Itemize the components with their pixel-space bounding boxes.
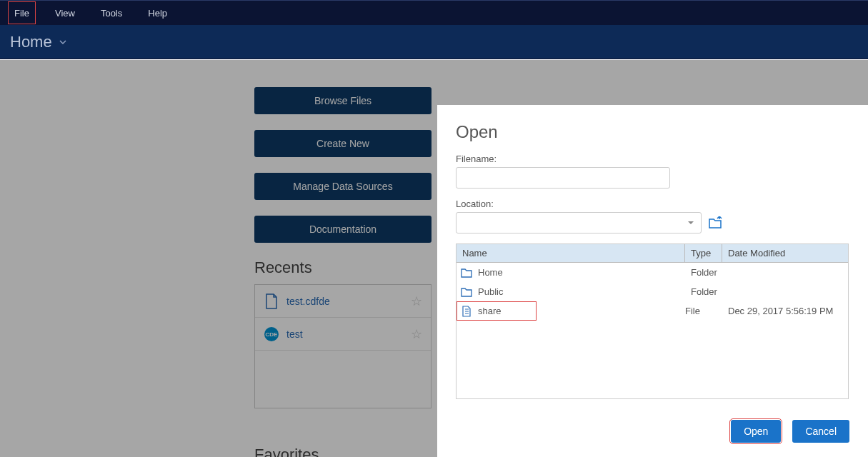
col-header-name[interactable]: Name: [457, 244, 685, 262]
open-button[interactable]: Open: [731, 420, 781, 443]
perspective-label[interactable]: Home: [10, 33, 52, 51]
location-select[interactable]: [456, 212, 702, 233]
cancel-button[interactable]: Cancel: [792, 420, 849, 443]
file-row[interactable]: Public Folder: [457, 282, 848, 301]
file-row-type: Folder: [685, 286, 722, 297]
open-dialog: Open Filename: Location: Name Type Date …: [437, 105, 868, 457]
folder-icon: [461, 267, 472, 278]
folder-icon: [461, 286, 472, 298]
location-row: Location:: [437, 199, 868, 243]
file-row-type: File: [685, 306, 722, 316]
col-header-date[interactable]: Date Modified: [722, 244, 848, 262]
filename-row: Filename:: [437, 154, 868, 199]
file-row[interactable]: share File Dec 29, 2017 5:56:19 PM: [457, 301, 848, 321]
chevron-down-icon[interactable]: [59, 39, 66, 46]
folder-up-icon[interactable]: [709, 216, 723, 229]
dialog-title: Open: [437, 105, 868, 154]
menu-help[interactable]: Help: [135, 1, 180, 25]
filename-input[interactable]: [456, 167, 670, 189]
file-table: Name Type Date Modified Home Folder Publ…: [456, 243, 849, 399]
menubar: File View Tools Help: [0, 0, 868, 25]
file-row-name: Public: [478, 286, 503, 297]
file-row-type: Folder: [685, 267, 722, 278]
menu-tools[interactable]: Tools: [88, 1, 135, 25]
perspective-bar: Home: [0, 25, 868, 59]
chevron-down-icon: [687, 219, 695, 227]
menu-file[interactable]: File: [7, 1, 36, 25]
filename-label: Filename:: [456, 154, 849, 164]
file-table-header: Name Type Date Modified: [457, 244, 848, 263]
location-label: Location:: [456, 199, 849, 209]
menu-view[interactable]: View: [42, 1, 88, 25]
file-row-name: share: [478, 306, 502, 316]
file-row-name: Home: [478, 267, 503, 278]
dialog-button-row: Open Cancel: [731, 420, 849, 443]
col-header-type[interactable]: Type: [685, 244, 722, 262]
file-icon: [461, 306, 472, 317]
file-row[interactable]: Home Folder: [457, 263, 848, 282]
file-row-date: Dec 29, 2017 5:56:19 PM: [722, 306, 848, 316]
